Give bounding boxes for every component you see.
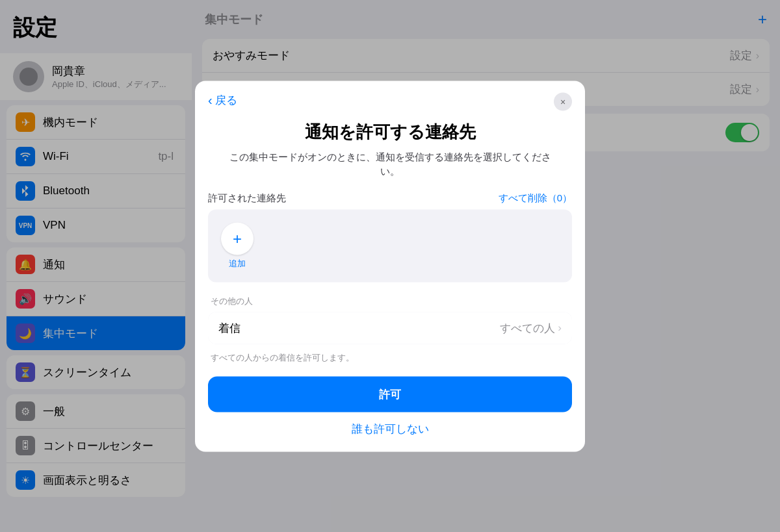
calls-value: すべての人 ›: [500, 320, 562, 335]
add-icon: +: [221, 222, 254, 255]
modal-dialog: ‹ 戻る × 通知を許可する連絡先 この集中モードがオンのときに、通知を受信する…: [195, 81, 585, 451]
close-icon: ×: [560, 96, 566, 107]
modal-body: 許可された連絡先 すべて削除（0） + 追加 その他の人 着信 すべての人 › …: [195, 192, 585, 376]
back-chevron-icon: ‹: [208, 92, 213, 107]
remove-all-button[interactable]: すべて削除（0）: [499, 192, 572, 204]
calls-value-text: すべての人: [500, 320, 555, 335]
deny-button[interactable]: 誰も許可しない: [352, 421, 429, 436]
add-label: 追加: [229, 257, 246, 269]
others-label: その他の人: [208, 295, 572, 307]
close-button[interactable]: ×: [554, 92, 572, 110]
contacts-box: + 追加: [208, 209, 572, 282]
allow-button[interactable]: 許可: [208, 376, 572, 412]
calls-row: 着信 すべての人 ›: [208, 312, 572, 344]
back-button[interactable]: ‹ 戻る: [208, 92, 237, 107]
add-contact-button[interactable]: + 追加: [221, 222, 254, 269]
calls-item[interactable]: 着信 すべての人 ›: [208, 312, 572, 344]
calls-label: 着信: [218, 320, 240, 335]
contacts-section-header: 許可された連絡先 すべて削除（0）: [208, 192, 572, 204]
calls-chevron-icon: ›: [558, 322, 562, 335]
allowed-contacts-label: 許可された連絡先: [208, 192, 286, 204]
modal-footer: 許可 誰も許可しない: [195, 376, 585, 451]
modal-header: ‹ 戻る ×: [195, 81, 585, 107]
modal-subtitle: この集中モードがオンのときに、通知を受信する連絡先を選択してください。: [195, 149, 585, 192]
modal-title: 通知を許可する連絡先: [195, 107, 585, 149]
calls-sub: すべての人からの着信を許可します。: [208, 348, 572, 363]
back-label: 戻る: [215, 92, 237, 107]
